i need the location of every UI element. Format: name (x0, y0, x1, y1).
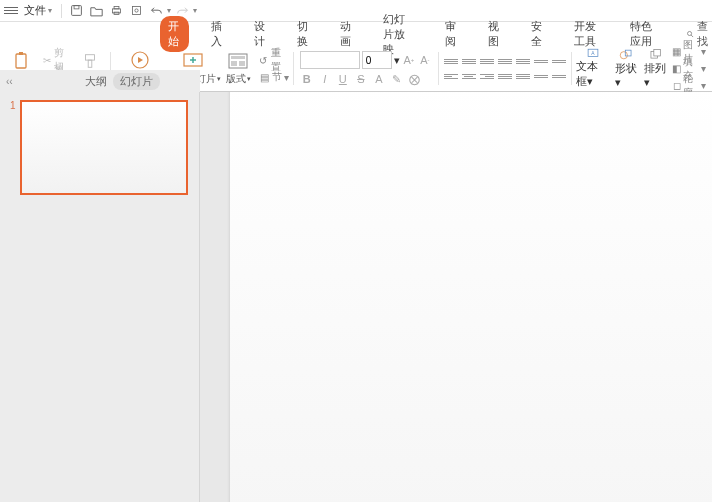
tab-animation[interactable]: 动画 (332, 16, 361, 52)
print-preview-icon[interactable] (127, 3, 145, 19)
tab-view[interactable]: 视图 (480, 16, 509, 52)
svg-rect-18 (231, 56, 245, 59)
decrease-font-icon[interactable]: A- (418, 53, 432, 67)
fill-icon: ◧ (672, 63, 681, 75)
clear-format-button[interactable]: ⨂ (408, 72, 422, 86)
svg-rect-26 (653, 49, 660, 56)
svg-rect-19 (231, 61, 237, 66)
separator (293, 52, 294, 85)
svg-rect-1 (74, 6, 79, 9)
arrange-button[interactable]: 排列▾ (641, 48, 670, 89)
font-size-input[interactable] (362, 51, 392, 69)
text-direction-button[interactable] (534, 55, 548, 67)
svg-rect-12 (88, 60, 92, 67)
play-icon (128, 51, 152, 71)
font-size-dropdown-icon[interactable]: ▾ (394, 54, 400, 67)
save-icon[interactable] (67, 3, 85, 19)
section-button[interactable]: ▤节▾ (258, 69, 289, 85)
indent-dec-button[interactable] (480, 55, 494, 67)
line-spacing-button[interactable] (516, 55, 530, 67)
slide-canvas[interactable] (230, 92, 712, 502)
separator (61, 4, 62, 18)
align-text-button[interactable] (552, 55, 566, 67)
align-left-button[interactable] (444, 70, 458, 82)
print-icon[interactable] (107, 3, 125, 19)
open-icon[interactable] (87, 3, 105, 19)
columns-button[interactable] (534, 70, 548, 82)
bullets-button[interactable] (444, 55, 458, 67)
outline-toggle-bar (0, 22, 160, 46)
svg-rect-3 (114, 6, 119, 8)
increase-font-icon[interactable]: A+ (402, 53, 416, 67)
new-slide-icon (181, 51, 205, 71)
textbox-icon: A (583, 48, 603, 59)
slide-panel: 1 (0, 92, 200, 502)
tab-security[interactable]: 安全 (523, 16, 552, 52)
align-center-button[interactable] (462, 70, 476, 82)
tab-devtools[interactable]: 开发工具 (566, 16, 608, 52)
section-icon: ▤ (258, 71, 270, 83)
tab-special[interactable]: 特色应用 (622, 16, 664, 52)
chevron-down-icon: ▾ (48, 6, 52, 15)
distribute-button[interactable] (516, 70, 530, 82)
strike-button[interactable]: S (354, 72, 368, 86)
chevron-down-icon: ▾ (587, 75, 593, 87)
slides-tab[interactable]: 幻灯片 (113, 73, 160, 90)
indent-inc-button[interactable] (498, 55, 512, 67)
undo-dropdown-icon[interactable]: ▾ (167, 6, 171, 15)
svg-text:A: A (591, 51, 595, 56)
pane-collapse-icon[interactable]: ‹‹ (6, 76, 13, 87)
hamburger-icon[interactable] (4, 7, 18, 14)
layout-icon (226, 51, 250, 71)
highlight-button[interactable]: ✎ (390, 72, 404, 86)
outline-tab[interactable]: 大纲 (85, 74, 107, 89)
svg-point-7 (688, 31, 692, 35)
svg-rect-20 (239, 61, 245, 66)
textbox-button[interactable]: A 文本框▾ (573, 48, 611, 89)
font-name-input[interactable] (300, 51, 360, 69)
svg-rect-11 (86, 55, 95, 60)
main-area: 1 (0, 92, 712, 502)
slide-thumbnail-1[interactable] (20, 100, 188, 195)
convert-smartart-button[interactable] (552, 70, 566, 82)
tab-review[interactable]: 审阅 (437, 16, 466, 52)
redo-dropdown-icon[interactable]: ▾ (193, 6, 197, 15)
bold-button[interactable]: B (300, 72, 314, 86)
paragraph-group (441, 48, 569, 89)
tab-start[interactable]: 开始 (160, 16, 189, 52)
svg-rect-10 (19, 52, 23, 55)
align-right-button[interactable] (480, 70, 494, 82)
reset-button[interactable]: ↺重置 (258, 52, 289, 68)
svg-point-6 (134, 9, 137, 12)
tab-transition[interactable]: 切换 (289, 16, 318, 52)
format-painter-icon (78, 51, 102, 71)
undo-button[interactable] (147, 3, 165, 19)
svg-rect-0 (71, 6, 81, 16)
chevron-down-icon: ▾ (284, 72, 289, 83)
svg-rect-5 (132, 6, 140, 14)
font-group: ▾ A+ A- B I U S A ✎ ⨂ (296, 48, 436, 89)
chevron-down-icon: ▾ (247, 75, 251, 83)
reset-icon: ↺ (258, 54, 269, 66)
slide-thumbnail-row: 1 (10, 100, 189, 195)
picture-icon: ▦ (672, 46, 681, 58)
layout-label: 版式 (226, 72, 246, 86)
font-color-button[interactable]: A (372, 72, 386, 86)
file-menu-button[interactable]: 文件 ▾ (20, 1, 56, 20)
paste-icon (10, 51, 34, 71)
separator (571, 52, 572, 85)
justify-button[interactable] (498, 70, 512, 82)
tab-insert[interactable]: 插入 (203, 16, 232, 52)
italic-button[interactable]: I (318, 72, 332, 86)
chevron-down-icon: ▾ (644, 76, 650, 88)
shape-button[interactable]: 形状▾ (612, 48, 641, 89)
canvas-area[interactable] (200, 92, 712, 502)
svg-point-23 (621, 52, 628, 59)
cut-icon: ✂ (42, 54, 52, 66)
underline-button[interactable]: U (336, 72, 350, 86)
layout-button[interactable]: 版式▾ (220, 48, 256, 89)
numbering-button[interactable] (462, 55, 476, 67)
slide-extras: ↺重置 ▤节▾ (256, 48, 291, 89)
pane-tabs: ‹‹ 大纲 幻灯片 (0, 70, 200, 92)
separator (438, 52, 439, 85)
